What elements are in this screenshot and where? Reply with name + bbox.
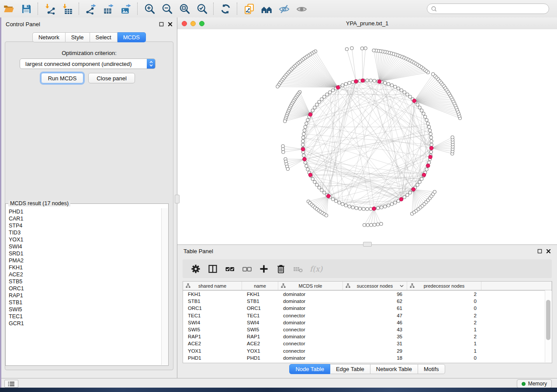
network-node[interactable] <box>341 84 344 87</box>
network-node[interactable] <box>380 222 383 225</box>
mcds-hub-node[interactable] <box>303 157 306 161</box>
vertical-split-handle[interactable] <box>175 195 180 203</box>
network-node[interactable] <box>281 144 284 148</box>
search-input[interactable] <box>439 5 549 12</box>
network-node[interactable] <box>302 132 305 135</box>
network-node[interactable] <box>400 89 403 92</box>
mcds-hub-node[interactable] <box>399 197 403 201</box>
mcds-result-item[interactable]: CAR1 <box>9 215 162 222</box>
import-table-button[interactable] <box>59 1 76 16</box>
network-node[interactable] <box>320 98 323 101</box>
close-panel-button[interactable]: Close panel <box>88 73 135 83</box>
network-node[interactable] <box>313 180 316 183</box>
network-node[interactable] <box>323 191 326 194</box>
network-node[interactable] <box>418 106 421 109</box>
network-node[interactable] <box>451 136 454 139</box>
mcds-hub-node[interactable] <box>336 86 339 89</box>
memory-button[interactable]: Memory <box>517 379 552 388</box>
tab-node-table[interactable]: Node Table <box>289 364 330 374</box>
network-node[interactable] <box>390 84 393 87</box>
network-node[interactable] <box>329 91 332 94</box>
network-node[interactable] <box>373 79 376 83</box>
mcds-hub-node[interactable] <box>308 173 312 176</box>
network-node[interactable] <box>311 177 314 180</box>
refresh-view-button[interactable] <box>217 1 234 16</box>
mcds-hub-node[interactable] <box>372 207 376 210</box>
network-node[interactable] <box>341 203 344 206</box>
network-node[interactable] <box>408 95 412 98</box>
network-node[interactable] <box>305 165 308 168</box>
horizontal-split-handle[interactable] <box>363 242 372 247</box>
network-node[interactable] <box>394 201 397 204</box>
mcds-result-item[interactable]: STB5 <box>9 278 162 285</box>
network-canvas[interactable] <box>177 29 557 244</box>
network-from-selection-button[interactable] <box>240 1 258 16</box>
export-network-button[interactable] <box>82 1 100 16</box>
mcds-hub-node[interactable] <box>426 164 430 167</box>
show-all-button[interactable] <box>293 1 310 16</box>
network-node[interactable] <box>276 85 279 88</box>
network-node[interactable] <box>369 207 372 210</box>
mcds-result-item[interactable]: STP4 <box>9 222 162 229</box>
tab-network[interactable]: Network <box>32 32 66 42</box>
network-node[interactable] <box>366 207 369 210</box>
table-row[interactable]: SWI5SWI5connector431 <box>183 326 552 333</box>
network-node[interactable] <box>332 89 335 92</box>
mcds-result-item[interactable]: PHD1 <box>9 208 162 215</box>
mcds-result-item[interactable]: PMA2 <box>9 257 162 264</box>
network-node[interactable] <box>301 140 304 143</box>
network-node[interactable] <box>364 47 367 50</box>
table-row[interactable]: RAP1RAP1dominator352 <box>183 333 552 340</box>
network-node[interactable] <box>325 214 328 217</box>
network-node[interactable] <box>358 207 361 210</box>
mcds-result-item[interactable]: SRD1 <box>9 250 162 257</box>
network-node[interactable] <box>387 83 390 86</box>
network-node[interactable] <box>406 93 409 96</box>
network-node[interactable] <box>372 49 375 52</box>
column-header-shared-name[interactable]: shared name <box>183 282 242 290</box>
first-neighbors-button[interactable] <box>258 1 275 16</box>
network-node[interactable] <box>390 203 393 206</box>
deselect-all-button[interactable] <box>241 263 253 275</box>
network-node[interactable] <box>432 72 435 76</box>
network-node[interactable] <box>424 115 427 118</box>
mcds-result-item[interactable]: ACE2 <box>9 271 162 278</box>
network-node[interactable] <box>366 224 369 227</box>
network-node[interactable] <box>304 125 307 128</box>
network-node[interactable] <box>311 109 314 112</box>
network-node[interactable] <box>376 223 379 226</box>
mcds-result-item[interactable]: RAP1 <box>9 292 162 299</box>
network-node[interactable] <box>306 168 309 171</box>
table-row[interactable]: STB1STB1dominator620 <box>183 298 552 305</box>
mcds-result-item[interactable]: SWI4 <box>9 243 162 250</box>
mcds-hub-node[interactable] <box>429 146 433 150</box>
network-node[interactable] <box>313 106 316 109</box>
network-node[interactable] <box>348 81 351 84</box>
zoom-selected-button[interactable] <box>193 1 211 16</box>
network-node[interactable] <box>344 83 347 86</box>
network-node[interactable] <box>282 151 285 154</box>
column-header-MCDS-role[interactable]: MCDS role <box>278 282 343 290</box>
tab-select[interactable]: Select <box>90 32 118 42</box>
close-panel-icon[interactable] <box>168 22 173 27</box>
mcds-hub-node[interactable] <box>301 148 304 151</box>
network-node[interactable] <box>332 198 335 201</box>
network-node[interactable] <box>348 205 351 208</box>
network-node[interactable] <box>420 109 423 112</box>
network-node[interactable] <box>373 223 376 226</box>
mcds-hub-node[interactable] <box>377 80 381 83</box>
network-node[interactable] <box>397 87 400 90</box>
network-node[interactable] <box>387 204 390 207</box>
network-node[interactable] <box>318 100 321 103</box>
mcds-hub-node[interactable] <box>308 113 312 116</box>
network-node[interactable] <box>403 196 406 199</box>
mcds-result-item[interactable]: TID3 <box>9 229 162 236</box>
network-node[interactable] <box>429 150 432 153</box>
network-node[interactable] <box>363 224 366 227</box>
network-node[interactable] <box>301 136 304 139</box>
mcds-result-item[interactable]: STB1 <box>9 299 162 306</box>
tab-network-table[interactable]: Network Table <box>370 364 418 374</box>
network-node[interactable] <box>286 167 289 170</box>
network-node[interactable] <box>335 199 338 203</box>
network-node[interactable] <box>430 143 433 146</box>
